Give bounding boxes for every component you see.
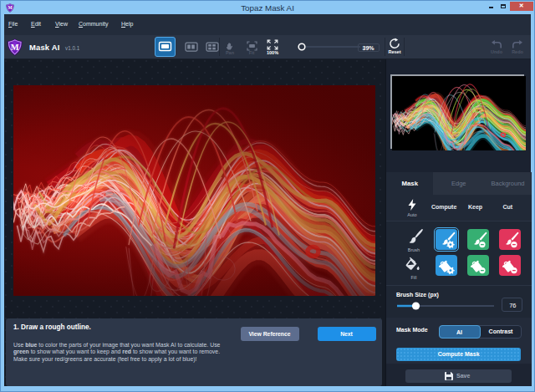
- svg-text:M: M: [11, 42, 19, 51]
